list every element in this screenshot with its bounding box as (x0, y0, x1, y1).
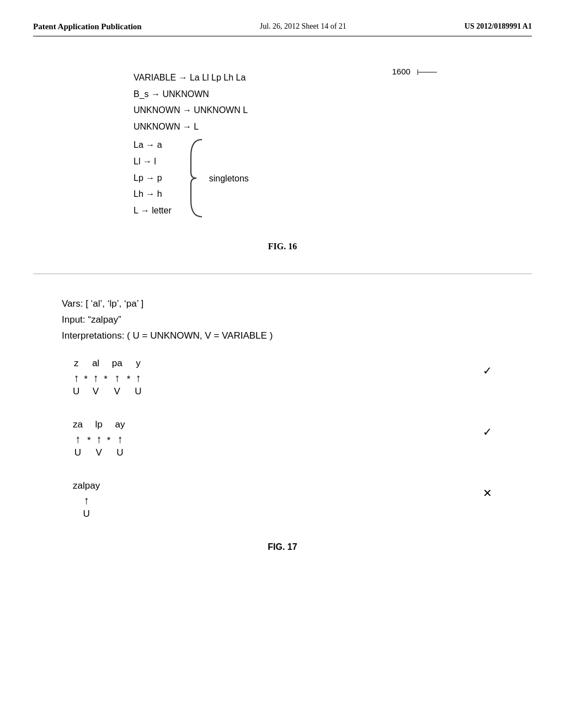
interp1-tokens: z ↑ U * al ↑ V * pa ↑ V * (73, 355, 503, 400)
grammar-line-2: B_s → UNKNOWN (134, 86, 431, 103)
token-ay: ay ↑ U (115, 416, 125, 461)
singleton-line-ll: Ll → l (134, 153, 172, 170)
section-divider (33, 274, 532, 274)
token-al: al ↑ V (92, 355, 99, 400)
publication-date: Jul. 26, 2012 Sheet 14 of 21 (260, 22, 347, 31)
fig16-block: 1600 VARIABLE → La Ll Lp Lh La B_s → UNK… (33, 58, 532, 251)
token-y: y ↑ U (135, 355, 141, 400)
fig17-title: FIG. 17 (62, 539, 503, 555)
singleton-line-lh: Lh → h (134, 186, 172, 202)
fig17-input: Input: “zalpay” (62, 312, 503, 328)
interpretation-2: za ↑ U * lp ↑ V * ay ↑ U ✓ (62, 416, 503, 461)
publication-number: US 2012/0189991 A1 (465, 22, 532, 31)
fig16-grammar: 1600 VARIABLE → La Ll Lp Lh La B_s → UNK… (117, 58, 448, 231)
grammar-lines: VARIABLE → La Ll Lp Lh La B_s → UNKNOWN … (134, 69, 431, 220)
star-3: * (127, 371, 131, 400)
fig16-title: FIG. 16 (33, 242, 532, 251)
singleton-group: La → a Ll → l Lp → p Lh → h L → letter s… (134, 137, 431, 220)
star-1: * (84, 371, 88, 400)
result-x-3: ✕ (483, 483, 492, 503)
token-lp: lp ↑ V (95, 416, 103, 461)
fig17-interp-label: Interpretations: ( U = UNKNOWN, V = VARI… (62, 328, 503, 344)
grammar-line-4: UNKNOWN → L (134, 119, 431, 135)
token-zalpay: zalpay ↑ U (73, 478, 100, 522)
fig17-text: Vars: [ ‘al’, ‘lp’, ‘pa’ ] Input: “zalpa… (62, 296, 503, 344)
star-2: * (104, 371, 108, 400)
singleton-line-lp: Lp → p (134, 170, 172, 186)
token-pa: pa ↑ V (112, 355, 122, 400)
singleton-brace: singletons (188, 137, 249, 220)
singletons-label: singletons (209, 170, 249, 187)
result-check-1: ✓ (483, 361, 492, 381)
interpretation-1: z ↑ U * al ↑ V * pa ↑ V * (62, 355, 503, 400)
interpretation-3: zalpay ↑ U ✕ (62, 478, 503, 522)
publication-label: Patent Application Publication (33, 22, 142, 31)
singleton-line-la: La → a (134, 137, 172, 153)
grammar-line-3: UNKNOWN → UNKNOWN L (134, 102, 431, 119)
star-4: * (87, 432, 91, 462)
interp2-tokens: za ↑ U * lp ↑ V * ay ↑ U (73, 416, 503, 461)
grammar-line-1: VARIABLE → La Ll Lp Lh La (134, 69, 431, 86)
page: Patent Application Publication Jul. 26, … (0, 0, 565, 728)
singleton-line-l: L → letter (134, 202, 172, 219)
singleton-lines: La → a Ll → l Lp → p Lh → h L → letter (134, 137, 172, 220)
page-header: Patent Application Publication Jul. 26, … (33, 22, 532, 36)
fig17-vars: Vars: [ ‘al’, ‘lp’, ‘pa’ ] (62, 296, 503, 312)
fig17-block: Vars: [ ‘al’, ‘lp’, ‘pa’ ] Input: “zalpa… (45, 291, 520, 560)
token-z: z ↑ U (73, 355, 79, 400)
fig16-label: 1600 (392, 64, 443, 81)
result-check-2: ✓ (483, 422, 492, 442)
interp3-tokens: zalpay ↑ U (73, 478, 503, 522)
token-za: za ↑ U (73, 416, 83, 461)
star-5: * (107, 432, 111, 462)
